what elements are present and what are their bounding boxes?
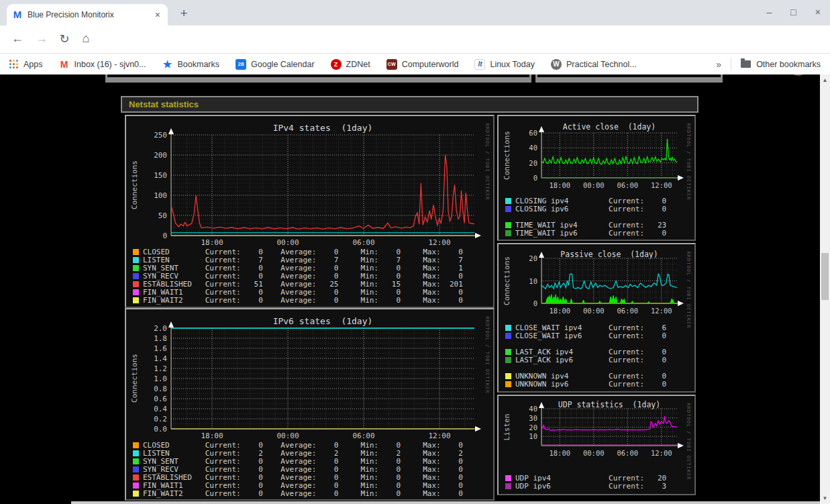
x-axis-tick-label: 12:00 xyxy=(645,449,678,457)
window-close-button[interactable]: × xyxy=(815,7,821,17)
home-button[interactable]: ⌂ xyxy=(78,32,94,46)
tab-title: Blue Precision Monitorix xyxy=(28,10,153,19)
active-close-graph[interactable]: Active close (1day)020406018:0000:0006:0… xyxy=(497,115,696,241)
y-axis-label: Connections xyxy=(130,135,139,236)
legend-color-swatch xyxy=(505,222,511,228)
y-axis-tick-label: 0.4 xyxy=(134,405,167,413)
legend-color-swatch xyxy=(505,198,511,204)
y-axis-tick-label: 1.6 xyxy=(134,344,167,353)
legend-color-swatch xyxy=(505,475,511,481)
bookmark-item[interactable]: MInbox (16) - sjvn0... xyxy=(59,59,146,70)
scrollbar[interactable]: ▲ ▼ xyxy=(820,74,830,504)
linuxtoday-bookmark-icon: lt xyxy=(474,59,485,70)
apps-label: Apps xyxy=(23,60,43,69)
legend-color-swatch xyxy=(133,458,139,464)
ipv6-states-graph[interactable]: IPv6 states (1day)0.00.20.40.60.81.01.21… xyxy=(125,308,495,501)
y-axis-tick-label: 100 xyxy=(134,191,167,200)
passive-close-graph[interactable]: Passive close (1day)0102018:0000:0006:00… xyxy=(497,243,696,393)
bookmark-item[interactable]: WPractical Technol... xyxy=(551,59,637,70)
window-maximize-button[interactable]: □ xyxy=(790,7,796,17)
x-axis-tick-label: 00:00 xyxy=(272,238,304,247)
bookmark-label: Google Calendar xyxy=(251,60,315,69)
legend-color-swatch xyxy=(505,349,511,355)
new-tab-button[interactable]: + xyxy=(176,5,192,21)
scroll-up-arrow-icon[interactable]: ▲ xyxy=(820,75,830,85)
apps-grid-icon xyxy=(9,60,19,69)
legend-row: UDP ipv6 Current: 3 xyxy=(505,483,666,490)
bookmark-label: Bookmarks xyxy=(178,60,220,69)
y-axis-tick-label: 0.0 xyxy=(134,425,167,434)
legend-row: LAST_ACK ipv4 Current: 0 xyxy=(505,348,666,356)
browser-tab[interactable]: M Blue Precision Monitorix × xyxy=(7,4,168,26)
chart-title: Active close (1day) xyxy=(541,122,677,132)
legend-color-swatch xyxy=(505,357,511,363)
reload-button[interactable]: ↻ xyxy=(56,32,72,46)
bookmark-item[interactable]: ★Bookmarks xyxy=(162,59,220,70)
section-title: Netstat statistics xyxy=(122,97,697,111)
other-bookmarks-button[interactable]: Other bookmarks xyxy=(741,60,821,69)
window-minimize-button[interactable]: – xyxy=(767,7,772,17)
calendar-bookmark-icon: 28 xyxy=(236,59,246,70)
legend-row: FIN_WAIT2 Current: 0 Average: 0 Min: 0 M… xyxy=(133,490,463,497)
legend-row: CLOSING ipv4 Current: 0 xyxy=(505,197,666,205)
y-axis-tick-label: 0.6 xyxy=(134,395,167,403)
legend-color-swatch xyxy=(133,265,139,271)
back-button[interactable]: ← xyxy=(9,32,25,46)
forward-button[interactable]: → xyxy=(34,32,50,46)
bookmarks-bar: Apps MInbox (16) - sjvn0...★Bookmarks28G… xyxy=(0,54,830,74)
legend-row: FIN_WAIT1 Current: 0 Average: 0 Min: 0 M… xyxy=(133,289,463,296)
gmail-bookmark-icon: M xyxy=(59,59,70,70)
legend-color-swatch xyxy=(133,483,139,489)
bookmark-item[interactable]: ltLinux Today xyxy=(474,59,535,70)
legend-row: TIME_WAIT ipv4 Current: 23 xyxy=(505,221,666,229)
scrollbar-thumb[interactable] xyxy=(821,253,829,300)
bookmark-item[interactable]: 28Google Calendar xyxy=(236,59,315,70)
zdnet-bookmark-icon: Z xyxy=(331,59,342,70)
legend-text: UDP ipv6 Current: 3 xyxy=(515,482,666,491)
legend-color-swatch xyxy=(505,230,511,236)
x-axis-tick-label: 18:00 xyxy=(543,181,576,189)
legend-row: CLOSED Current: 0 Average: 0 Min: 0 Max:… xyxy=(133,442,463,449)
netstat-section-header-inner: Netstat statistics xyxy=(122,97,697,111)
y-axis-tick-label: 1.0 xyxy=(134,374,167,383)
legend-color-swatch xyxy=(133,442,139,448)
legend-color-swatch xyxy=(133,289,139,295)
bookmarks-divider xyxy=(731,58,731,70)
legend-row: LISTEN Current: 7 Average: 7 Min: 7 Max:… xyxy=(133,256,463,264)
bookmark-label: Inbox (16) - sjvn0... xyxy=(74,60,146,69)
x-axis-tick-label: 12:00 xyxy=(645,307,678,315)
ipv4-states-graph[interactable]: IPv4 states (1day)05010015020025018:0000… xyxy=(125,115,495,308)
bookmark-label: Computerworld xyxy=(402,60,459,69)
wordpress-bookmark-icon: W xyxy=(551,59,562,70)
tab-strip: M Blue Precision Monitorix × + – □ × xyxy=(0,0,830,26)
bookmark-label: Practical Technol... xyxy=(566,60,637,69)
legend-color-swatch xyxy=(133,491,139,497)
legend-row: TIME_WAIT ipv6 Current: 0 xyxy=(505,230,666,237)
bookmark-item[interactable]: ZZDNet xyxy=(331,59,370,70)
tab-close-icon[interactable]: × xyxy=(153,9,162,20)
legend-text: FIN_WAIT2 Current: 0 Average: 0 Min: 0 M… xyxy=(143,296,463,305)
legend-color-swatch xyxy=(505,373,511,379)
bookmark-item[interactable]: CWComputerworld xyxy=(386,59,459,70)
udp-statistics-graph[interactable]: UDP statistics (1day)1020304018:0000:000… xyxy=(497,395,696,495)
x-axis-tick-label: 12:00 xyxy=(423,432,456,440)
y-axis-tick-label: 200 xyxy=(134,151,167,160)
legend-color-swatch xyxy=(133,474,139,481)
chart-plot xyxy=(541,258,677,303)
legend-color-swatch xyxy=(133,257,139,263)
x-axis-tick-label: 00:00 xyxy=(578,449,610,457)
x-axis-tick-label: 00:00 xyxy=(578,181,610,189)
y-axis-tick-label: 50 xyxy=(134,211,167,220)
bookmarks-overflow-chevron[interactable]: » xyxy=(716,59,721,70)
y-axis-tick-label: 150 xyxy=(134,171,167,180)
apps-shortcut[interactable]: Apps xyxy=(9,60,43,69)
x-axis-tick-label: 12:00 xyxy=(645,181,678,189)
bookmark-label: Linux Today xyxy=(490,60,535,69)
y-axis-tick-label: 1.8 xyxy=(134,334,167,343)
x-axis-tick-label: 00:00 xyxy=(578,307,610,315)
legend-color-swatch xyxy=(133,281,139,287)
chart-title: Passive close (1day) xyxy=(541,250,677,259)
legend-row: SYN_SENT Current: 0 Average: 0 Min: 0 Ma… xyxy=(133,264,463,272)
x-axis-tick-label: 12:00 xyxy=(423,238,456,247)
scroll-down-arrow-icon[interactable]: ▼ xyxy=(820,493,830,503)
